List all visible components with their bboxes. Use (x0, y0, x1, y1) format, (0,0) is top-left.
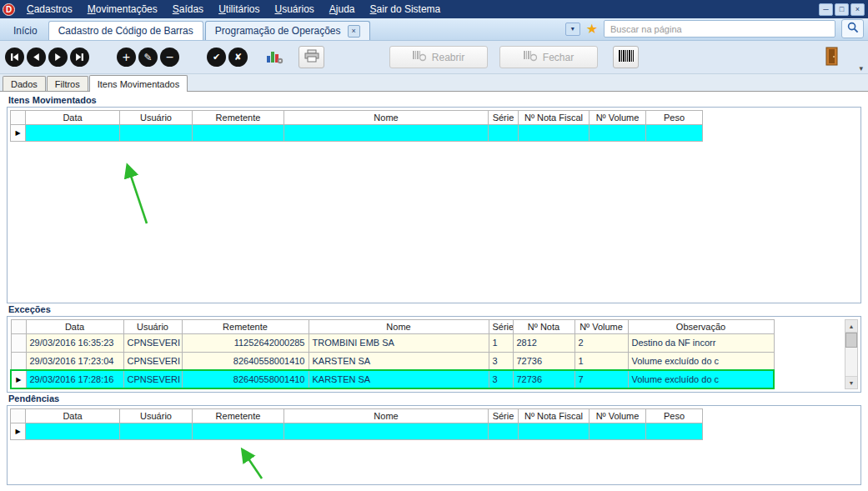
grid-cell[interactable]: 2 (574, 334, 628, 353)
grid-cell[interactable] (646, 423, 703, 440)
column-header[interactable]: Nome (284, 409, 489, 423)
grid-cell[interactable] (284, 125, 489, 142)
grid-cell[interactable]: KARSTEN SA (309, 370, 489, 388)
vertical-scrollbar[interactable]: ▲ ▼ (845, 319, 858, 389)
grid-cell[interactable] (590, 423, 646, 440)
grid-cell[interactable]: CPNSEVERI (123, 370, 182, 388)
next-record-button[interactable] (48, 48, 68, 67)
menu-item-usuarios[interactable]: Usuários (267, 0, 321, 18)
column-header[interactable]: Nº Volume (574, 320, 628, 334)
menu-item-utilitarios[interactable]: Utilitários (211, 0, 267, 18)
favorite-star-icon[interactable]: ★ (586, 23, 598, 36)
table-row[interactable]: ▶ (11, 423, 703, 440)
grid-cell[interactable]: Volume excluído do c (628, 370, 774, 388)
remove-button[interactable]: − (160, 48, 179, 67)
grid-cell[interactable] (284, 423, 489, 440)
search-button[interactable] (841, 19, 864, 38)
excecoes-grid[interactable]: Data Usuário Remetente Nome Série Nº Not… (10, 319, 775, 389)
last-record-button[interactable] (70, 48, 89, 67)
maximize-button[interactable]: □ (835, 3, 849, 16)
grid-cell[interactable] (489, 125, 519, 142)
tab-cadastro-codigo-barras[interactable]: Cadastro de Código de Barras (48, 21, 203, 40)
menu-item-sair-do-sistema[interactable]: Sair do Sistema (363, 0, 449, 18)
scroll-down-icon[interactable]: ▼ (845, 376, 857, 388)
menu-item-ajuda[interactable]: Ajuda (322, 0, 363, 18)
column-header[interactable]: Nº Volume (590, 111, 646, 125)
grid-cell[interactable] (519, 423, 590, 440)
menu-item-saidas[interactable]: Saídas (165, 0, 211, 18)
column-header[interactable]: Nº Nota (513, 320, 574, 334)
table-row[interactable]: 29/03/2016 17:23:04 CPNSEVERI 8264055800… (11, 352, 774, 370)
column-header[interactable]: Nº Volume (590, 409, 646, 423)
column-header[interactable]: Nº Nota Fiscal (519, 111, 590, 125)
column-header[interactable]: Data (26, 320, 123, 334)
table-row[interactable]: 29/03/2016 16:35:23 CPNSEVERI 1125264200… (11, 334, 774, 353)
add-button[interactable]: + (117, 48, 136, 67)
column-header[interactable]: Remetente (193, 409, 284, 423)
grid-cell[interactable]: 7 (574, 370, 628, 388)
grid-cell[interactable]: 1 (489, 334, 513, 353)
tab-dados[interactable]: Dados (3, 76, 46, 91)
reopen-button[interactable]: Reabrir (389, 46, 488, 68)
grid-cell[interactable]: 72736 (513, 352, 574, 370)
previous-record-button[interactable] (27, 48, 46, 67)
close-window-button[interactable]: × (850, 3, 865, 16)
scrollbar-thumb[interactable] (845, 333, 857, 348)
first-record-button[interactable] (5, 48, 24, 67)
grid-cell[interactable]: 82640558001410 (182, 370, 309, 388)
grid-cell[interactable]: CPNSEVERI (123, 334, 182, 353)
confirm-button[interactable]: ✔ (207, 48, 226, 67)
grid-cell[interactable]: CPNSEVERI (123, 352, 182, 370)
grid-cell[interactable]: Volume excluído do c (628, 352, 774, 370)
chart-settings-button[interactable] (262, 46, 287, 69)
grid-cell[interactable] (26, 125, 120, 142)
column-header[interactable]: Usuário (120, 111, 193, 125)
grid-cell[interactable]: 3 (489, 352, 513, 370)
column-header[interactable]: Série (489, 409, 519, 423)
itens-movimentados-grid[interactable]: Data Usuário Remetente Nome Série Nº Not… (10, 110, 703, 142)
pendencias-grid[interactable]: Data Usuário Remetente Nome Série Nº Not… (10, 408, 703, 440)
barcode-button[interactable] (613, 46, 639, 68)
column-header[interactable]: Remetente (193, 111, 284, 125)
grid-cell[interactable]: Destino da NF incorr (628, 334, 774, 353)
tab-itens-movimentados[interactable]: Itens Movimentados (89, 75, 188, 92)
exit-button[interactable] (825, 47, 840, 68)
grid-cell[interactable]: 29/03/2016 17:28:16 (26, 370, 123, 388)
grid-cell[interactable] (193, 125, 284, 142)
tab-inicio[interactable]: Início (4, 21, 47, 40)
grid-cell[interactable]: 29/03/2016 16:35:23 (26, 334, 123, 353)
grid-cell[interactable]: 11252642000285 (182, 334, 309, 353)
table-row[interactable]: ▶ (11, 125, 703, 142)
grid-cell[interactable]: 82640558001410 (182, 352, 309, 370)
search-input[interactable] (604, 20, 835, 38)
grid-cell[interactable]: 29/03/2016 17:23:04 (26, 352, 123, 370)
grid-cell[interactable]: KARSTEN SA (309, 352, 489, 370)
grid-cell[interactable]: TROMBINI EMB SA (309, 334, 489, 353)
column-header[interactable]: Remetente (182, 320, 309, 334)
cancel-button[interactable]: ✘ (228, 48, 248, 67)
selected-table-row[interactable]: ▶ 29/03/2016 17:28:16 CPNSEVERI 82640558… (11, 370, 774, 388)
menu-item-cadastros[interactable]: Cadastros (19, 0, 80, 18)
grid-cell[interactable] (193, 423, 284, 440)
column-header[interactable]: Data (26, 409, 120, 423)
grid-cell[interactable]: 1 (574, 352, 628, 370)
scroll-up-icon[interactable]: ▲ (845, 320, 857, 333)
column-header[interactable]: Série (489, 111, 519, 125)
tab-programacao-operacoes[interactable]: Programação de Operações × (205, 21, 370, 40)
column-header[interactable]: Data (26, 111, 120, 125)
grid-cell[interactable] (489, 423, 519, 440)
minimize-button[interactable]: ─ (819, 3, 833, 16)
grid-cell[interactable] (646, 125, 703, 142)
toolbar-overflow-caret-icon[interactable]: ▾ (859, 64, 863, 73)
column-header[interactable]: Usuário (123, 320, 182, 334)
grid-cell[interactable]: 3 (489, 370, 513, 388)
tab-close-icon[interactable]: × (348, 25, 360, 38)
grid-cell[interactable] (519, 125, 590, 142)
grid-cell[interactable]: 72736 (513, 370, 574, 388)
print-button[interactable] (299, 46, 324, 68)
grid-cell[interactable] (120, 423, 193, 440)
close-operation-button[interactable]: Fechar (499, 46, 598, 68)
grid-cell[interactable] (26, 423, 120, 440)
scrollbar-track[interactable] (845, 333, 857, 376)
grid-cell[interactable] (120, 125, 193, 142)
